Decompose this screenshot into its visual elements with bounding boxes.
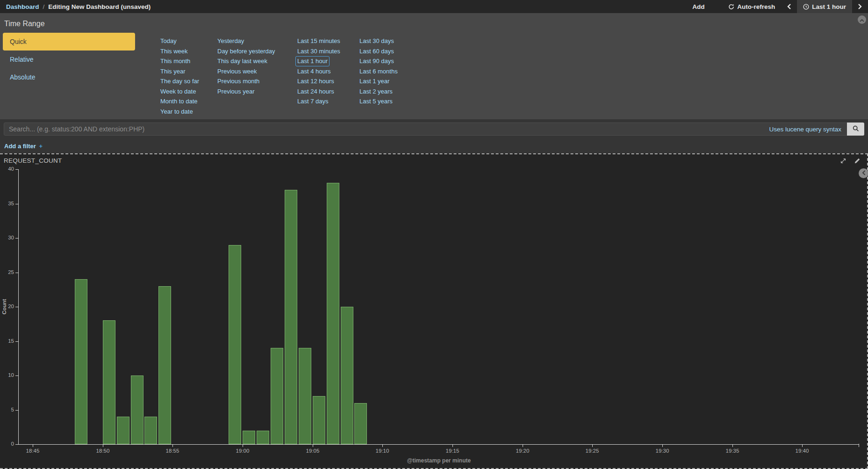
time-range-tab-quick[interactable]: Quick: [3, 33, 135, 51]
x-tick-label: 19:15: [439, 448, 466, 454]
quick-range-link[interactable]: This day last week: [215, 56, 269, 66]
auto-refresh-button[interactable]: Auto-refresh: [722, 0, 781, 13]
y-tick: [15, 444, 18, 445]
quick-range-link[interactable]: Last 30 minutes: [295, 46, 342, 57]
quick-range-link[interactable]: Today: [158, 36, 179, 46]
bar[interactable]: [117, 417, 129, 444]
x-tick: [172, 444, 173, 447]
bar[interactable]: [103, 320, 115, 444]
quick-range-link[interactable]: This week: [158, 46, 190, 57]
quick-range-link[interactable]: Last 24 hours: [295, 87, 336, 97]
x-tick-label: 19:30: [649, 448, 675, 454]
lucene-syntax-link[interactable]: Uses lucene query syntax: [769, 126, 841, 133]
quick-range-link[interactable]: This month: [158, 56, 192, 66]
add-filter-label: Add a filter: [4, 143, 36, 150]
x-tick-label: 19:25: [579, 448, 605, 454]
y-tick: [15, 169, 18, 170]
time-range-title: Time Range: [0, 13, 868, 28]
y-tick-label: 0: [0, 441, 14, 447]
quick-range-link[interactable]: Last 90 days: [358, 56, 396, 66]
quick-range-link[interactable]: This year: [158, 66, 187, 77]
x-tick: [452, 444, 453, 447]
search-input[interactable]: [4, 123, 769, 135]
chevron-up-icon: [860, 16, 864, 23]
quick-range-link[interactable]: Previous month: [215, 76, 261, 87]
y-tick-label: 40: [0, 166, 14, 172]
x-tick-label: 18:45: [20, 448, 46, 454]
bar[interactable]: [243, 431, 255, 444]
quick-range-link[interactable]: Year to date: [158, 107, 195, 117]
collapse-time-panel-button[interactable]: [858, 15, 866, 24]
bar[interactable]: [271, 348, 283, 444]
y-tick: [15, 204, 18, 204]
bar[interactable]: [158, 286, 171, 444]
bar-chart: 051015202530354018:4518:5018:5519:0019:0…: [0, 154, 867, 468]
quick-range-link[interactable]: Previous week: [215, 66, 259, 77]
quick-range-column-1: TodayThis weekThis monthThis yearThe day…: [160, 36, 217, 116]
navbar: Dashboard / Editing New Dashboard (unsav…: [0, 0, 868, 13]
bar[interactable]: [341, 307, 353, 444]
quick-range-link[interactable]: Last 5 years: [358, 96, 395, 107]
bar[interactable]: [229, 245, 241, 444]
time-picker-label: Last 1 hour: [812, 3, 846, 10]
quick-range-link[interactable]: Last 12 hours: [295, 76, 336, 87]
time-range-tab-absolute[interactable]: Absolute: [3, 68, 135, 86]
x-tick-label: 18:55: [159, 448, 186, 454]
bar[interactable]: [285, 190, 297, 444]
quick-range-link[interactable]: Day before yesterday: [215, 46, 277, 57]
quick-range-link[interactable]: Last 7 days: [295, 96, 330, 107]
visualization-panel: REQUEST_COUNT 051015202530354018:4518:50…: [0, 153, 868, 469]
x-tick-label: 19:05: [300, 448, 326, 454]
quick-range-link[interactable]: Week to date: [158, 87, 198, 97]
quick-range-link[interactable]: Last 6 months: [358, 66, 400, 77]
y-tick-label: 25: [0, 269, 14, 275]
breadcrumb-dashboard-link[interactable]: Dashboard: [6, 3, 39, 10]
time-range-tabs: QuickRelativeAbsolute: [0, 33, 160, 116]
time-forward-button[interactable]: [852, 0, 868, 13]
quick-range-link[interactable]: Last 60 days: [358, 46, 396, 57]
search-button[interactable]: [847, 123, 864, 136]
bar[interactable]: [144, 417, 157, 444]
time-range-tab-relative[interactable]: Relative: [3, 51, 135, 68]
quick-range-link[interactable]: The day so far: [158, 76, 201, 87]
quick-range-link[interactable]: Yesterday: [215, 36, 246, 46]
quick-range-link[interactable]: Previous year: [215, 87, 256, 97]
bar[interactable]: [354, 403, 367, 444]
y-tick-label: 5: [0, 407, 14, 412]
add-button[interactable]: Add: [686, 0, 710, 13]
quick-range-link[interactable]: Last 1 year: [358, 76, 391, 87]
y-tick-label: 10: [0, 372, 14, 378]
time-picker-button[interactable]: Last 1 hour: [797, 0, 852, 13]
refresh-icon: [728, 4, 734, 10]
quick-range-column-4: Last 30 daysLast 60 daysLast 90 daysLast…: [359, 36, 425, 116]
add-filter-link[interactable]: Add a filter +: [4, 143, 43, 150]
quick-range-link[interactable]: Last 15 minutes: [295, 36, 342, 46]
y-axis: [18, 169, 19, 445]
quick-range-link[interactable]: Last 4 hours: [295, 66, 333, 77]
x-tick: [802, 444, 803, 447]
bar[interactable]: [327, 183, 339, 444]
x-axis: [19, 444, 859, 445]
bar[interactable]: [131, 375, 143, 444]
bar[interactable]: [313, 396, 325, 444]
quick-range-link[interactable]: Month to date: [158, 96, 200, 107]
quick-ranges: TodayThis weekThis monthThis yearThe day…: [160, 36, 425, 116]
quick-range-link[interactable]: Last 1 hour: [295, 56, 330, 66]
bar[interactable]: [299, 348, 311, 444]
quick-range-link[interactable]: Last 2 years: [358, 87, 395, 97]
x-tick: [523, 444, 523, 447]
x-tick-label: 19:40: [789, 448, 815, 454]
x-tick-label: 19:10: [369, 448, 395, 454]
bar[interactable]: [75, 279, 87, 444]
breadcrumb-separator: /: [43, 3, 45, 10]
quick-range-link[interactable]: Last 30 days: [358, 36, 396, 46]
search-input-container: Uses lucene query syntax: [4, 123, 864, 136]
x-tick-label: 18:50: [90, 448, 116, 454]
bar[interactable]: [257, 431, 269, 444]
chevron-right-icon: [858, 4, 862, 9]
time-back-button[interactable]: [781, 0, 797, 13]
navbar-actions: SaveCancelAddOptionsShare Auto-refresh L…: [686, 0, 868, 13]
x-tick: [33, 444, 33, 447]
filter-bar: Add a filter +: [0, 139, 868, 153]
y-tick: [15, 341, 18, 342]
